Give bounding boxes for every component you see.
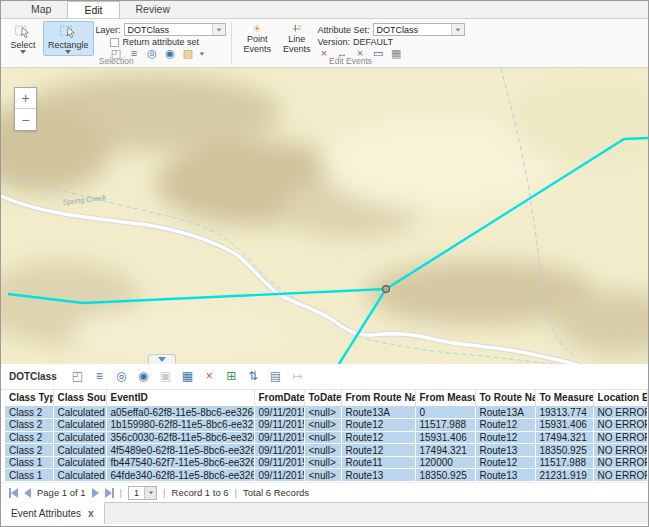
table-cell: 18350.925: [535, 444, 593, 457]
table-cell: 09/11/2015: [254, 469, 304, 482]
page-number-select[interactable]: 1: [128, 486, 157, 500]
table-cell: <null>: [304, 431, 341, 444]
table-cell: Class 2: [5, 444, 53, 457]
panel-collapse-button[interactable]: [148, 354, 176, 364]
selection-options: Layer: DOTClass Return attribute set ◰≡◎…: [96, 21, 226, 56]
column-header[interactable]: From Measure: [415, 390, 475, 406]
table-cell: 11517.988: [535, 456, 593, 469]
table-cell: NO ERROR: [593, 419, 648, 432]
zoom-in-button[interactable]: +: [15, 88, 36, 109]
table-cell: Route12: [475, 456, 535, 469]
first-page-button[interactable]: [9, 488, 18, 498]
table-row[interactable]: Class 2Calculated356c0030-62f8-11e5-8bc6…: [5, 431, 648, 444]
pager-separator: |: [235, 487, 237, 498]
attribute-set-label: Attribute Set:: [318, 25, 370, 35]
column-header[interactable]: ToDate: [304, 390, 341, 406]
table-row[interactable]: Class 2Calculated4f5489e0-62f8-11e5-8bc6…: [5, 444, 648, 457]
table-cell: <null>: [304, 469, 341, 482]
route-junction-vertex[interactable]: [383, 286, 390, 293]
table-cell: Route13: [475, 469, 535, 482]
table-cell: Route12: [341, 444, 415, 457]
select-button-label: Select: [10, 40, 35, 50]
column-header[interactable]: Class Source: [53, 390, 106, 406]
tab-map[interactable]: Map: [15, 1, 67, 18]
tab-edit[interactable]: Edit: [67, 1, 119, 18]
table-header-row: Class TypeClass SourceEventIDFromDateToD…: [5, 390, 648, 406]
pan-to-selection-icon[interactable]: ◉: [137, 371, 150, 382]
app-window: Map Edit Review Select Rectangle: [0, 0, 649, 527]
line-events-button[interactable]: Line Events: [278, 21, 316, 56]
table-cell: Class 1: [5, 456, 53, 469]
column-header[interactable]: To Route Name: [475, 390, 535, 406]
chevron-down-icon[interactable]: [144, 487, 156, 499]
column-header[interactable]: Class Type: [5, 390, 53, 406]
measure-range-icon[interactable]: ↦: [291, 371, 304, 382]
table-cell: Class 2: [5, 431, 53, 444]
table-cell: 19313.774: [535, 406, 593, 419]
tab-event-attributes[interactable]: Event Attributes x: [1, 502, 105, 524]
column-header[interactable]: From Route Name: [341, 390, 415, 406]
map-zoom-control: + −: [14, 87, 37, 131]
table-cell: 15931.406: [415, 431, 475, 444]
zoom-to-selection-icon[interactable]: ◎: [115, 371, 128, 382]
point-events-button[interactable]: Point Events: [239, 21, 277, 56]
table-cell: 21231.919: [535, 469, 593, 482]
map-view[interactable]: Spring Creek + −: [1, 68, 648, 364]
table-cell: 09/11/2015: [254, 431, 304, 444]
close-icon[interactable]: x: [88, 508, 94, 519]
delete-event-icon[interactable]: ×: [203, 371, 216, 382]
chevron-down-icon[interactable]: [451, 24, 464, 35]
bottom-tab-bar: Event Attributes x: [1, 502, 648, 524]
prev-page-button[interactable]: [24, 488, 31, 498]
version-value: DEFAULT: [353, 37, 393, 47]
table-row[interactable]: Class 1Calculated64fde340-62f8-11e5-8bc6…: [5, 469, 648, 482]
table-cell: Calculated: [53, 444, 106, 457]
layer-label: Layer:: [96, 25, 121, 35]
table-cell: 15931.406: [535, 419, 593, 432]
chevron-down-icon[interactable]: [199, 52, 204, 55]
column-header[interactable]: Location Error: [593, 390, 648, 406]
table-row[interactable]: Class 1Calculatedfb447540-62f7-11e5-8bc6…: [5, 456, 648, 469]
attribute-form-icon[interactable]: ▤: [269, 371, 282, 382]
select-button[interactable]: Select: [5, 21, 41, 56]
chevron-down-icon[interactable]: [212, 24, 225, 35]
next-page-button[interactable]: [92, 488, 99, 498]
table-cell: 0: [415, 406, 475, 419]
point-events-label: Point: [247, 34, 268, 44]
attribute-set-dropdown[interactable]: DOTClass: [373, 23, 465, 36]
table-row[interactable]: Class 2Calculated1b159980-62f8-11e5-8bc6…: [5, 419, 648, 432]
column-header[interactable]: To Measure: [535, 390, 593, 406]
table-cell: Route12: [341, 419, 415, 432]
group-separator: [231, 22, 232, 64]
total-records-text: Total 6 Records: [243, 487, 309, 498]
table-cell: Route12: [341, 431, 415, 444]
return-attribute-set-checkbox[interactable]: [110, 38, 119, 47]
table-row[interactable]: Class 2Calculateda05effa0-62f8-11e5-8bc6…: [5, 406, 648, 419]
last-page-button[interactable]: [105, 488, 114, 498]
layer-dropdown[interactable]: DOTClass: [124, 23, 226, 36]
select-events-icon[interactable]: ◰: [71, 371, 84, 382]
save-icon[interactable]: ▣: [159, 371, 172, 382]
pager-separator: |: [163, 487, 165, 498]
point-events-label2: Events: [244, 44, 272, 54]
view-rows-icon[interactable]: ≡: [93, 371, 106, 382]
column-header[interactable]: EventID: [106, 390, 254, 406]
rectangle-button[interactable]: Rectangle: [43, 21, 94, 56]
edit-events-group-label: Edit Events: [233, 56, 469, 66]
table-cell: NO ERROR: [593, 469, 648, 482]
table-cell: Calculated: [53, 469, 106, 482]
table-cell: <null>: [304, 456, 341, 469]
sort-icon[interactable]: ⇅: [247, 371, 260, 382]
table-cell: Route13: [341, 469, 415, 482]
table-cell: 1b159980-62f8-11e5-8bc6-ee32641d5ec9: [106, 419, 254, 432]
line-events-label2: Events: [283, 44, 311, 54]
rectangle-button-label: Rectangle: [48, 40, 89, 50]
attribute-table-wrap: Class TypeClass SourceEventIDFromDateToD…: [1, 390, 648, 482]
switch-view-icon[interactable]: ▦: [181, 371, 194, 382]
column-header[interactable]: FromDate: [254, 390, 304, 406]
add-event-icon[interactable]: ⊞: [225, 371, 238, 382]
zoom-out-button[interactable]: −: [15, 109, 36, 130]
tab-review[interactable]: Review: [120, 1, 186, 18]
layer-dropdown-value: DOTClass: [125, 25, 212, 35]
table-cell: 18350.925: [415, 469, 475, 482]
